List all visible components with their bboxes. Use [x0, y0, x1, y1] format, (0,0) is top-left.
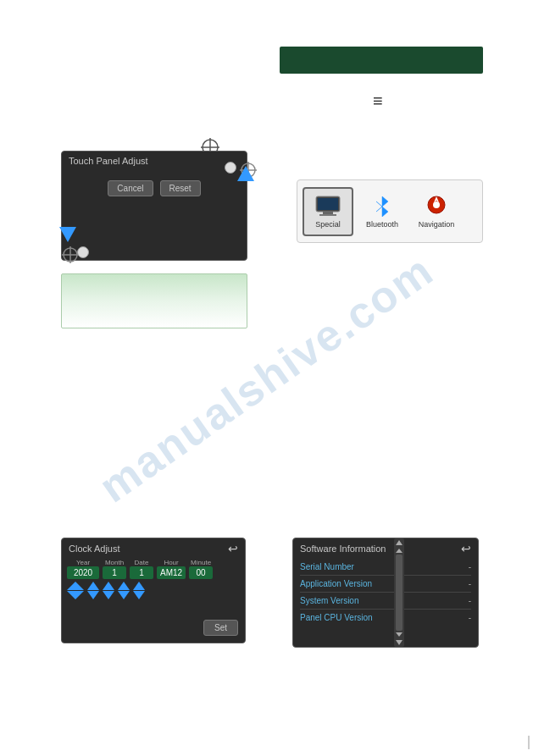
year-label: Year: [76, 559, 90, 566]
clock-arrows-row: [62, 582, 245, 599]
touch-panel-buttons: Cancel Reset: [108, 180, 200, 196]
special-item[interactable]: Special: [303, 187, 353, 236]
green-area: [61, 273, 247, 328]
minute-value: 00: [189, 566, 213, 579]
month-arrows: [87, 582, 99, 599]
navigation-icon: [423, 194, 450, 218]
date-up-arrow[interactable]: [103, 582, 114, 590]
year-arrows: [67, 582, 84, 599]
panel-cpu-row: Panel CPU Version -: [300, 610, 471, 626]
date-label: Date: [135, 559, 149, 566]
corner-line: [528, 736, 530, 749]
bluetooth-icon: [369, 194, 396, 218]
bluetooth-label: Bluetooth: [366, 220, 398, 229]
hour-field-group: Hour AM12: [157, 559, 186, 579]
month-label: Month: [105, 559, 124, 566]
app-version-label: Application Version: [300, 579, 372, 588]
hour-arrows: [118, 582, 130, 599]
top-bar: [280, 47, 483, 74]
year-value: 2020: [67, 566, 99, 579]
software-items: Serial Number - Application Version - Sy…: [293, 559, 478, 626]
software-back-icon[interactable]: ↩: [461, 542, 471, 555]
touch-panel-title: Touch Panel Adjust: [62, 152, 247, 170]
set-button[interactable]: Set: [203, 620, 238, 636]
date-value: 1: [130, 566, 153, 579]
navigation-label: Navigation: [419, 220, 455, 229]
serial-number-value: -: [469, 562, 471, 571]
month-down-arrow[interactable]: [87, 591, 99, 599]
panel-cpu-label: Panel CPU Version: [300, 613, 373, 622]
special-panel: Special Bluetooth Navigation: [297, 179, 483, 243]
app-version-value: -: [469, 579, 471, 588]
white-circle-bl: [77, 246, 89, 258]
hour-value: AM12: [157, 566, 186, 579]
special-icon: [314, 194, 341, 218]
scroll-track: [396, 555, 403, 631]
app-version-row: Application Version -: [300, 576, 471, 593]
hamburger-icon[interactable]: ≡: [373, 91, 383, 111]
scroll-top-icon[interactable]: [396, 540, 403, 545]
system-version-value: -: [469, 596, 471, 605]
svg-rect-12: [319, 214, 336, 216]
year-down-arrow[interactable]: [67, 591, 84, 599]
month-field-group: Month 1: [103, 559, 126, 579]
white-circle-tr: [225, 162, 236, 174]
clock-back-icon[interactable]: ↩: [228, 542, 238, 555]
system-version-label: System Version: [300, 596, 358, 605]
svg-rect-10: [318, 198, 338, 210]
clock-adjust-box: Clock Adjust ↩ Year 2020 Month 1 Date 1 …: [61, 538, 246, 643]
system-version-row: System Version -: [300, 593, 471, 610]
hour-up-arrow[interactable]: [118, 582, 130, 590]
reset-button[interactable]: Reset: [160, 180, 201, 196]
serial-number-row: Serial Number -: [300, 559, 471, 576]
panel-cpu-value: -: [469, 613, 471, 622]
software-info-box: Software Information ↩ Serial Number - A…: [292, 538, 479, 648]
minute-down-arrow[interactable]: [133, 591, 145, 599]
minute-field-group: Minute 00: [189, 559, 213, 579]
touch-panel-box: Touch Panel Adjust Cancel Reset: [61, 151, 247, 261]
hour-label: Hour: [164, 559, 178, 566]
clock-title: Clock Adjust: [69, 544, 120, 554]
month-value: 1: [103, 566, 126, 579]
date-field-group: Date 1: [130, 559, 153, 579]
serial-number-label: Serial Number: [300, 562, 354, 571]
date-arrows: [103, 582, 114, 599]
cancel-button[interactable]: Cancel: [108, 180, 153, 196]
year-up-arrow[interactable]: [67, 582, 84, 590]
scroll-down-icon[interactable]: [396, 632, 403, 637]
software-title: Software Information: [300, 544, 386, 554]
minute-label: Minute: [191, 559, 211, 566]
svg-rect-11: [323, 212, 333, 214]
scroll-up-icon[interactable]: [396, 549, 403, 553]
month-up-arrow[interactable]: [87, 582, 99, 590]
year-field-group: Year 2020: [67, 559, 99, 579]
software-scrollbar: [394, 538, 404, 647]
clock-fields: Year 2020 Month 1 Date 1 Hour AM12 Minut…: [62, 559, 245, 579]
scroll-bottom-icon[interactable]: [396, 640, 403, 645]
arrow-down-icon: [59, 227, 76, 242]
svg-point-14: [433, 201, 440, 208]
arrow-up-icon: [237, 166, 254, 181]
minute-arrows: [133, 582, 145, 599]
bluetooth-item[interactable]: Bluetooth: [357, 187, 408, 236]
navigation-item[interactable]: Navigation: [411, 187, 462, 236]
minute-up-arrow[interactable]: [133, 582, 145, 590]
hour-down-arrow[interactable]: [118, 591, 130, 599]
special-label: Special: [315, 220, 341, 229]
date-down-arrow[interactable]: [103, 591, 114, 599]
